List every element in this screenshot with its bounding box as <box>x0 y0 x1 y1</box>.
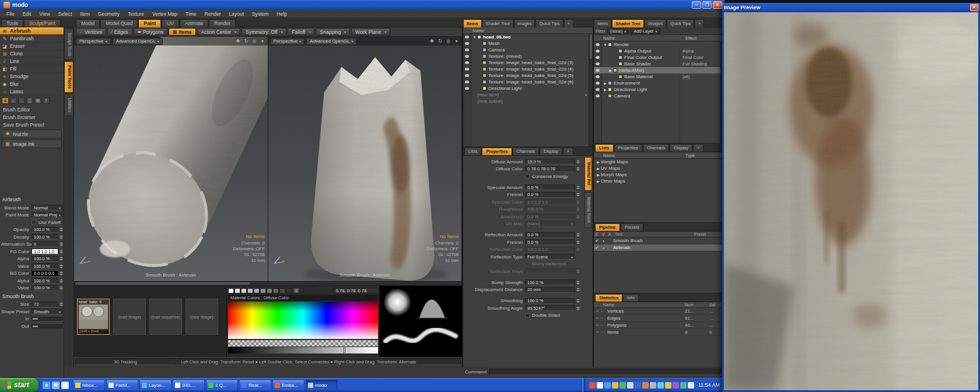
collapse-minus-icon[interactable]: − <box>600 316 604 320</box>
expand-plus-icon[interactable]: + <box>595 330 600 334</box>
enable-check-icon[interactable]: ✔ <box>594 246 600 250</box>
stat-row-polygons[interactable]: +−Polygons40...... <box>594 322 724 329</box>
value-gradient-strip[interactable] <box>228 347 378 354</box>
stat-row-items[interactable]: +−Items80 <box>594 329 724 336</box>
vtab-sculpt-tools[interactable]: Sculpt Tools <box>64 29 74 60</box>
color-value-field[interactable]: 0.78, 0.78, 0.78 <box>334 288 378 293</box>
tree-row-render[interactable]: ▼Render <box>594 41 724 48</box>
dropdown-uv-map[interactable]: (none)▾ <box>525 221 575 227</box>
edges-mode-button[interactable]: ∕Edges <box>107 28 132 36</box>
clip-new-image[interactable]: (new image) <box>186 299 218 335</box>
visibility-eye-icon[interactable] <box>465 74 469 77</box>
tab-shader-tree[interactable]: Shader Tree <box>612 19 644 27</box>
internet-explorer-icon[interactable]: e <box>43 382 50 389</box>
tab-x[interactable]: + <box>695 19 704 27</box>
list-row-uv-maps[interactable]: ▶UV Maps <box>594 165 724 172</box>
color-swatch[interactable] <box>273 288 279 293</box>
clip-head-bake-fi[interactable]: head_bake_fi2048 x 2048, ... <box>77 299 110 335</box>
tool-image-ink[interactable]: ▦Image Ink <box>2 139 62 148</box>
color-swatch[interactable] <box>241 288 247 293</box>
pipeline-row-smooth-brush[interactable]: ✔●Smooth Brush <box>594 237 724 244</box>
tab-render[interactable]: Render <box>209 19 236 27</box>
visibility-eye-icon[interactable] <box>465 61 469 64</box>
clip-load-image[interactable]: (load image) <box>113 299 146 335</box>
spinner-icon[interactable] <box>576 167 580 171</box>
tree-row-texture-image-head-bake-final-02d-5[interactable]: Texture: Image: head_bake_final_02d (5) <box>463 72 593 79</box>
spinner-icon[interactable] <box>60 228 63 232</box>
tab-animate[interactable]: Animate <box>180 19 208 27</box>
tool-lasso[interactable]: ○Lasso <box>0 88 64 96</box>
tray-icon-8[interactable] <box>642 382 649 388</box>
visibility-eye-icon[interactable] <box>465 42 469 45</box>
spinner-icon[interactable] <box>576 233 580 237</box>
tool-eraser[interactable]: ◪Eraser <box>0 43 64 50</box>
field-attenuation-steps[interactable]: 0 <box>32 242 58 247</box>
link-brush-browser[interactable]: Brush Browser <box>0 113 64 121</box>
menu-time[interactable]: Time <box>181 11 201 17</box>
brush-tip-button-4[interactable]: ▒ <box>26 97 33 104</box>
checkbox-conserve-energy[interactable] <box>525 174 530 178</box>
field-diffuse-color[interactable]: 0.78 0.78 0.78 <box>525 166 575 172</box>
field-alpha[interactable]: 100.0 % <box>32 278 58 284</box>
field-bg-color[interactable]: 0.0 0.0 0.0 <box>32 271 58 276</box>
field-reflection-rays[interactable] <box>525 268 575 274</box>
collapse-arrow-icon[interactable]: ▶ <box>603 88 608 92</box>
visibility-eye-icon[interactable] <box>596 62 600 65</box>
tray-icon-1[interactable] <box>589 382 596 388</box>
command-input[interactable] <box>489 369 722 375</box>
tree-row-mesh[interactable]: Mesh <box>463 40 593 47</box>
tab-display[interactable]: Display <box>540 148 562 155</box>
tray-icon-9[interactable] <box>650 382 656 388</box>
falloff-dropdown[interactable]: Falloff▾ <box>288 28 314 36</box>
field-anisotropy[interactable]: 0.0 % <box>525 214 575 219</box>
visibility-eye-icon[interactable] <box>596 94 600 97</box>
color-swatch[interactable] <box>247 288 253 293</box>
tab-images[interactable]: Images <box>514 19 536 27</box>
field-bump-strength[interactable]: 100.0 % <box>525 279 575 285</box>
viewport-scrollbar[interactable] <box>74 281 462 286</box>
tab-quick-tips[interactable]: Quick Tips <box>536 19 563 27</box>
list-row-other-maps[interactable]: ▶Other Maps <box>594 178 724 184</box>
field-density[interactable]: 100.0 % <box>32 234 58 240</box>
field-roughness[interactable]: 400.0 % <box>525 206 575 212</box>
tab-channels[interactable]: Channels <box>513 148 540 155</box>
tab-display[interactable]: Display <box>670 144 692 152</box>
tab-x[interactable]: + <box>563 148 573 155</box>
brush-tip-button-2[interactable]: ○ <box>10 97 17 104</box>
spinner-icon[interactable] <box>60 279 63 283</box>
field-opacity[interactable]: 100.0 % <box>32 227 58 233</box>
visibility-eye-icon[interactable] <box>596 43 600 46</box>
tab-channels[interactable]: Channels <box>643 144 670 152</box>
field-diffuse-amount[interactable]: 15.0 % <box>525 159 575 164</box>
tree-row-environment[interactable]: ▶Environment <box>594 80 724 86</box>
spinner-icon[interactable] <box>60 257 63 261</box>
clip-load-sequence[interactable]: (load sequence) <box>149 299 182 335</box>
minimize-button[interactable]: ─ <box>692 1 701 9</box>
visibility-eye-icon[interactable] <box>596 56 600 59</box>
pan-icon[interactable]: ✚ <box>235 38 242 44</box>
collapse-arrow-icon[interactable]: ▶ <box>608 68 613 72</box>
visibility-eye-icon[interactable] <box>465 55 469 58</box>
spinner-icon[interactable] <box>60 235 63 239</box>
tool-clone[interactable]: ⊞Clone <box>0 50 64 58</box>
start-button[interactable]: start <box>0 378 38 392</box>
orbit-icon[interactable]: ↻ <box>437 38 443 44</box>
tree-row-camera[interactable]: Camera <box>594 93 724 99</box>
tree-row-alpha-output[interactable]: Alpha OutputAlpha <box>594 48 724 54</box>
expand-plus-icon[interactable]: + <box>595 323 600 327</box>
maximize-button[interactable]: ❐ <box>702 1 712 9</box>
color-swatch[interactable] <box>254 288 260 293</box>
spinner-icon[interactable] <box>576 160 580 164</box>
spinner-icon[interactable] <box>60 286 63 290</box>
collapse-minus-icon[interactable]: − <box>600 323 604 327</box>
tool-smudge[interactable]: ≈Smudge <box>0 73 64 80</box>
hue-saturation-gradient[interactable] <box>228 302 378 339</box>
show-desktop-icon[interactable]: ▦ <box>61 382 69 389</box>
link-save-brush-preset[interactable]: Save Brush Preset <box>0 121 64 128</box>
tab-sculpt-paint[interactable]: Sculpt/Paint <box>24 19 61 27</box>
field-specular-color[interactable]: 1.0 1.0 1.0 <box>525 199 575 205</box>
visibility-eye-icon[interactable] <box>465 68 469 71</box>
tree-row-texture-image-head-bake-final-02d-4[interactable]: Texture: Image: head_bake_final_02d (4) <box>463 66 593 72</box>
pipeline-row-airbrush[interactable]: ✔●Airbrush <box>594 244 724 251</box>
tab-lists[interactable]: Lists <box>595 144 614 152</box>
